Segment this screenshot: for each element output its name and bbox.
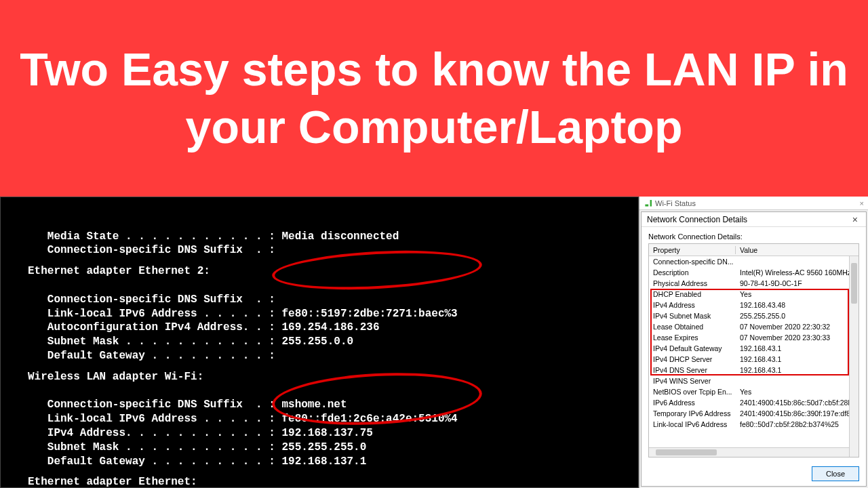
property-cell: Link-local IPv6 Address — [649, 420, 736, 428]
terminal-line: Autoconfiguration IPv4 Address. . : 169.… — [28, 321, 638, 335]
table-row[interactable]: DHCP EnabledYes — [649, 289, 859, 300]
property-cell: IPv4 DNS Server — [649, 366, 736, 374]
table-row[interactable]: Temporary IPv6 Address2401:4900:415b:86c… — [649, 408, 859, 419]
banner-title: Two Easy steps to know the LAN IP in you… — [14, 41, 854, 156]
value-cell: 90-78-41-9D-0C-1F — [736, 279, 859, 287]
property-cell: IPv4 Default Gateway — [649, 344, 736, 352]
col-value[interactable]: Value — [736, 246, 859, 254]
close-icon[interactable]: × — [850, 214, 861, 225]
table-row[interactable]: DescriptionIntel(R) Wireless-AC 9560 160… — [649, 267, 859, 278]
cmd-terminal[interactable]: Media State . . . . . . . . . . . : Medi… — [0, 197, 639, 488]
property-cell: Description — [649, 268, 736, 277]
table-row[interactable]: IPv4 Default Gateway192.168.43.1 — [649, 343, 859, 354]
table-row[interactable]: NetBIOS over Tcpip En...Yes — [649, 386, 859, 397]
value-cell: 192.168.43.1 — [736, 344, 859, 352]
value-cell: 192.168.43.48 — [736, 301, 859, 309]
terminal-line: Connection-specific DNS Suffix . : — [28, 243, 638, 258]
property-cell: IPv4 Address — [649, 301, 736, 309]
close-icon[interactable]: × — [860, 199, 864, 207]
property-cell: NetBIOS over Tcpip En... — [649, 388, 736, 396]
property-cell: DHCP Enabled — [649, 290, 736, 298]
property-cell: IPv4 Subnet Mask — [649, 312, 736, 320]
property-cell: Temporary IPv6 Address — [649, 409, 736, 418]
value-cell: Yes — [736, 290, 859, 298]
terminal-section-header: Wireless LAN adapter Wi-Fi: — [28, 370, 638, 384]
value-cell: Intel(R) Wireless-AC 9560 160MHz — [736, 268, 859, 277]
terminal-line: Default Gateway . . . . . . . . . : 192.… — [28, 455, 638, 469]
property-cell: IPv4 DHCP Server — [649, 355, 736, 363]
terminal-line: Default Gateway . . . . . . . . . : — [28, 349, 638, 363]
wifi-signal-icon — [644, 200, 652, 207]
value-cell: 255.255.255.0 — [736, 312, 859, 320]
value-cell: 07 November 2020 23:30:33 — [736, 333, 859, 342]
terminal-line: Connection-specific DNS Suffix . : mshom… — [28, 398, 638, 412]
network-connection-details-dialog: Network Connection Details × Network Con… — [641, 211, 867, 487]
table-row[interactable]: Lease Expires07 November 2020 23:30:33 — [649, 332, 859, 343]
table-row[interactable]: Physical Address90-78-41-9D-0C-1F — [649, 278, 859, 289]
property-cell: IPv6 Address — [649, 399, 736, 407]
ncd-label: Network Connection Details: — [648, 232, 859, 241]
table-row[interactable]: IPv4 Address192.168.43.48 — [649, 300, 859, 310]
right-panel: Wi-Fi Status × Network Connection Detail… — [639, 197, 868, 488]
table-row[interactable]: Link-local IPv6 Addressfe80::50d7:cb5f:2… — [649, 419, 859, 430]
col-property[interactable]: Property — [649, 246, 736, 254]
value-cell: 192.168.43.1 — [736, 366, 859, 374]
value-cell: 07 November 2020 22:30:32 — [736, 323, 859, 331]
title-banner: Two Easy steps to know the LAN IP in you… — [0, 0, 868, 197]
property-cell: Lease Obtained — [649, 323, 736, 331]
close-button[interactable]: Close — [812, 466, 859, 481]
property-cell: IPv4 WINS Server — [649, 377, 736, 385]
content-area: Media State . . . . . . . . . . . : Medi… — [0, 197, 868, 488]
table-row[interactable]: IPv4 WINS Server — [649, 375, 859, 386]
terminal-section-header: Ethernet adapter Ethernet 2: — [28, 264, 638, 279]
property-cell: Lease Expires — [649, 333, 736, 342]
ncd-grid[interactable]: Property Value Connection-specific DN...… — [648, 243, 859, 458]
ncd-footer: Close — [642, 462, 866, 486]
wifi-status-titlebar: Wi-Fi Status × — [639, 197, 868, 210]
table-row[interactable]: Lease Obtained07 November 2020 22:30:32 — [649, 321, 859, 332]
ncd-grid-header: Property Value — [649, 244, 859, 256]
table-row[interactable]: IPv4 Subnet Mask255.255.255.0 — [649, 310, 859, 321]
ncd-title: Network Connection Details — [647, 215, 747, 224]
terminal-line: IPv4 Address. . . . . . . . . . . : 192.… — [28, 426, 638, 441]
table-row[interactable]: IPv6 Address2401:4900:415b:86c:50d7:cb5f… — [649, 397, 859, 408]
scrollbar-horizontal[interactable] — [649, 447, 849, 457]
value-cell: 2401:4900:415b:86c:390f:197e:df88: — [736, 409, 859, 418]
table-row[interactable]: Connection-specific DN... — [649, 256, 859, 267]
terminal-line: Subnet Mask . . . . . . . . . . . : 255.… — [28, 335, 638, 349]
value-cell: fe80::50d7:cb5f:28b2:b374%25 — [736, 420, 859, 428]
value-cell: 192.168.43.1 — [736, 355, 859, 363]
ncd-titlebar: Network Connection Details × — [642, 212, 866, 227]
table-row[interactable]: IPv4 DHCP Server192.168.43.1 — [649, 354, 859, 365]
scrollbar-vertical[interactable] — [849, 256, 859, 457]
terminal-line: Link-local IPv6 Address . . . . . : fe80… — [28, 307, 638, 321]
value-cell: Yes — [736, 388, 859, 396]
property-cell: Physical Address — [649, 279, 736, 287]
value-cell: 2401:4900:415b:86c:50d7:cb5f:28b2 — [736, 399, 859, 407]
table-row[interactable]: IPv4 DNS Server192.168.43.1 — [649, 365, 859, 375]
property-cell: Connection-specific DN... — [649, 258, 736, 266]
terminal-line: Link-local IPv6 Address . . . . . : fe80… — [28, 412, 638, 426]
terminal-line: Subnet Mask . . . . . . . . . . . : 255.… — [28, 441, 638, 455]
terminal-line: Connection-specific DNS Suffix . : — [28, 293, 638, 307]
wifi-status-title: Wi-Fi Status — [655, 199, 696, 207]
ncd-body: Network Connection Details: Property Val… — [642, 227, 866, 462]
terminal-section-header: Ethernet adapter Ethernet: — [28, 475, 638, 488]
terminal-line: Media State . . . . . . . . . . . : Medi… — [28, 230, 638, 244]
